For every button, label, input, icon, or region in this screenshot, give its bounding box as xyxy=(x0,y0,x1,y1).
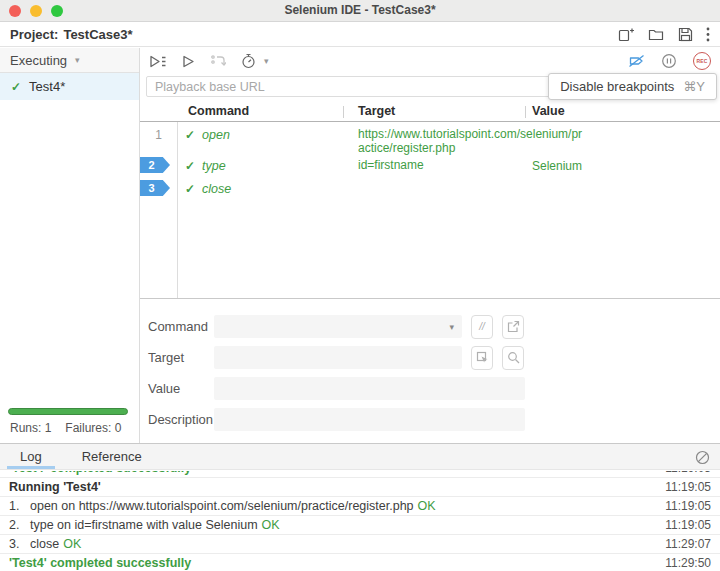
new-project-icon[interactable] xyxy=(618,27,635,43)
step-editor-form: Command ▾ // Target xyxy=(140,315,720,439)
command-field-label: Command xyxy=(148,319,214,334)
select-element-button[interactable] xyxy=(471,346,493,370)
log-status-ok: OK xyxy=(262,518,280,532)
table-row[interactable]: 1 ✓open https://www.tutorialspoint.com/s… xyxy=(140,122,720,153)
value-field-label: Value xyxy=(148,381,214,396)
value-field-row: Value xyxy=(140,377,720,400)
log-entry: 3. close OK 11:29:07 xyxy=(0,535,720,554)
test-speed-icon[interactable]: ▾ xyxy=(241,53,269,69)
test-name: Test4* xyxy=(29,79,65,94)
log-text: 'Test4' completed successfully xyxy=(9,471,191,475)
description-field-row: Description xyxy=(140,408,720,431)
target-field-row: Target xyxy=(140,346,720,369)
log-text: 'Test4' completed successfully xyxy=(9,556,191,570)
log-timestamp: 11:29:07 xyxy=(665,537,711,551)
log-timestamp: 11:19:05 xyxy=(665,499,711,513)
log-step-number: 3. xyxy=(9,537,30,551)
toolbar-left: ▾ xyxy=(149,53,269,69)
failures-count: Failures: 0 xyxy=(65,421,121,435)
project-title: Project: TestCase3* xyxy=(10,27,133,42)
description-input[interactable] xyxy=(214,408,525,431)
command-select-input[interactable] xyxy=(214,315,462,338)
search-target-button[interactable] xyxy=(502,346,524,370)
passed-check-icon: ✓ xyxy=(185,159,195,173)
tests-filter-label: Executing xyxy=(10,53,67,68)
comment-slashes-icon: // xyxy=(479,321,485,332)
close-window-button[interactable] xyxy=(9,5,21,17)
selenium-ide-window: Selenium IDE - TestCase3* Project: TestC… xyxy=(0,0,720,571)
sidebar-item-test4[interactable]: ✓ Test4* xyxy=(0,73,139,100)
log-step-number: 2. xyxy=(9,518,30,532)
log-text: close xyxy=(30,537,59,551)
column-divider xyxy=(525,106,526,118)
disable-breakpoints-icon[interactable] xyxy=(628,53,645,69)
tab-reference[interactable]: Reference xyxy=(68,444,156,469)
open-project-icon[interactable] xyxy=(648,27,665,42)
log-entry: 1. open on https://www.tutorialspoint.co… xyxy=(0,497,720,516)
window-controls xyxy=(9,5,63,17)
description-field-label: Description xyxy=(148,412,214,427)
log-panel: Log Reference 'Test4' completed successf… xyxy=(0,443,720,571)
tooltip-text: Disable breakpoints xyxy=(560,79,674,94)
run-all-tests-icon[interactable] xyxy=(149,54,167,69)
tests-filter-dropdown[interactable]: Executing ▾ xyxy=(0,48,139,73)
command-cell: ✓type xyxy=(177,159,355,173)
target-field-label: Target xyxy=(148,350,214,365)
log-text: open on https://www.tutorialspoint.com/s… xyxy=(30,499,414,513)
pause-on-exceptions-icon[interactable] xyxy=(661,53,677,69)
table-row[interactable]: 3 ✓close xyxy=(140,176,720,199)
minimize-window-button[interactable] xyxy=(30,5,42,17)
log-panel-tabs: Log Reference xyxy=(0,444,720,470)
step-over-icon[interactable] xyxy=(210,54,226,69)
run-current-test-icon[interactable] xyxy=(182,54,195,69)
passed-check-icon: ✓ xyxy=(11,80,21,94)
commands-table: 1 ✓open https://www.tutorialspoint.com/s… xyxy=(140,122,720,299)
window-title: Selenium IDE - TestCase3* xyxy=(0,0,720,21)
disable-breakpoints-tooltip: Disable breakpoints ⌘Y xyxy=(548,73,717,100)
log-entry: 'Test4' completed successfully 11:19:05 xyxy=(0,471,720,478)
table-row[interactable]: 2 ✓type id=firstname Selenium xyxy=(140,153,720,176)
chevron-down-icon: ▾ xyxy=(264,56,269,66)
toggle-comment-button[interactable]: // xyxy=(471,315,493,339)
log-entry: 'Test4' completed successfully 11:29:50 xyxy=(0,554,720,571)
project-header: Project: TestCase3* xyxy=(0,23,720,47)
save-project-icon[interactable] xyxy=(678,27,693,42)
zoom-window-button[interactable] xyxy=(51,5,63,17)
breakpoint-flag[interactable]: 3 xyxy=(140,180,170,196)
run-stats: Runs: 1 Failures: 0 xyxy=(10,421,121,435)
row-number[interactable]: 1 xyxy=(140,128,177,142)
project-actions xyxy=(618,27,710,43)
chevron-down-icon: ▾ xyxy=(75,55,80,65)
toolbar-right: REC xyxy=(628,52,711,70)
tests-sidebar: Executing ▾ ✓ Test4* Runs: 1 Failures: 0 xyxy=(0,48,140,443)
menu-kebab-icon[interactable] xyxy=(706,27,710,42)
log-status-ok: OK xyxy=(418,499,436,513)
playback-toolbar: ▾ REC xyxy=(140,48,720,74)
runs-count: Runs: 1 xyxy=(10,421,51,435)
command-cell: ✓open xyxy=(177,128,355,142)
project-name: TestCase3* xyxy=(63,27,132,42)
chevron-down-icon: ▾ xyxy=(449,322,454,332)
open-in-new-window-button[interactable] xyxy=(502,315,524,339)
project-label: Project: xyxy=(10,27,58,42)
column-header-command: Command xyxy=(188,104,249,118)
command-field-row: Command ▾ // xyxy=(140,315,720,338)
log-timestamp: 11:19:05 xyxy=(665,471,711,475)
log-text: type on id=firstname with value Selenium xyxy=(30,518,258,532)
column-divider xyxy=(343,106,344,118)
record-button[interactable]: REC xyxy=(693,52,711,70)
tab-log[interactable]: Log xyxy=(6,444,56,469)
log-timestamp: 11:29:50 xyxy=(665,556,711,570)
log-timestamp: 11:19:05 xyxy=(665,480,711,494)
value-input[interactable] xyxy=(214,377,525,400)
breakpoint-flag[interactable]: 2 xyxy=(140,157,170,173)
target-input[interactable] xyxy=(214,346,462,369)
command-cell: ✓close xyxy=(177,182,355,196)
column-header-value: Value xyxy=(532,104,565,118)
clear-log-icon[interactable] xyxy=(695,450,710,465)
log-list: 'Test4' completed successfully 11:19:05 … xyxy=(0,471,720,571)
commands-table-header: Command Target Value xyxy=(140,101,720,122)
run-progress-bar xyxy=(8,408,128,415)
command-select[interactable]: ▾ xyxy=(214,315,462,338)
tooltip-shortcut: ⌘Y xyxy=(683,79,705,94)
